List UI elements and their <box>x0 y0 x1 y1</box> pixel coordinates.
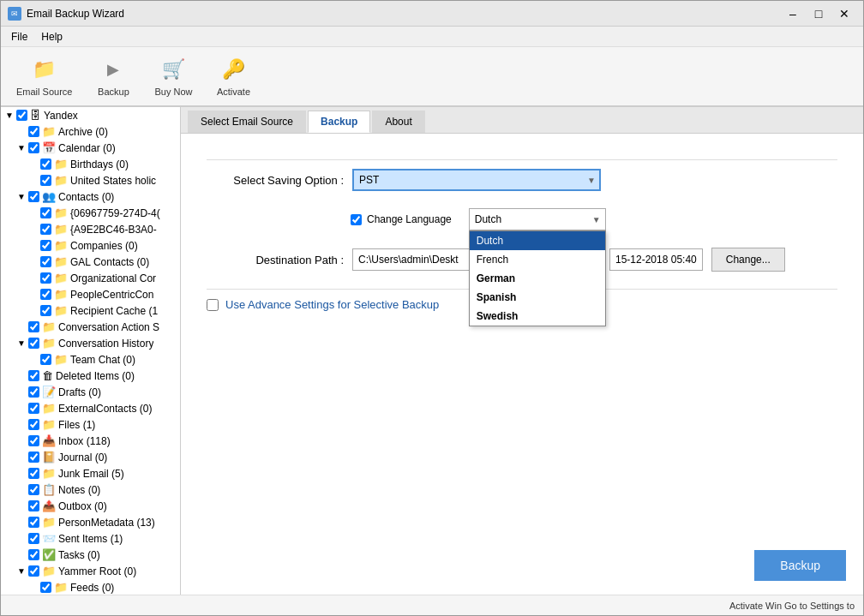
sidebar-item-contact1[interactable]: 📁{06967759-274D-4( <box>1 205 180 221</box>
lang-option-spanish[interactable]: Spanish <box>470 288 605 307</box>
sidebar-item-tasks[interactable]: ✅Tasks (0) <box>1 547 180 563</box>
lang-option-french[interactable]: French <box>470 250 605 269</box>
sidebar-item-external-contacts[interactable]: 📁ExternalContacts (0) <box>1 400 180 416</box>
checkbox-person-metadata[interactable] <box>28 517 39 528</box>
backup-button[interactable]: ▶ Backup <box>87 52 139 100</box>
checkbox-conv-history[interactable] <box>28 338 39 349</box>
checkbox-yammer-root[interactable] <box>28 565 39 577</box>
main-window: ✉ Email Backup Wizard – □ ✕ File Help 📁 … <box>0 0 864 616</box>
sidebar-item-conv-history[interactable]: ▼📁Conversation History <box>1 335 180 351</box>
tree-icon-yandex: 🗄 <box>30 109 41 122</box>
change-language-checkbox[interactable] <box>351 214 362 225</box>
checkbox-outbox[interactable] <box>28 500 39 511</box>
sidebar-item-org-contacts[interactable]: 📁Organizational Cor <box>1 270 180 286</box>
tree-icon-yammer-root: 📁 <box>42 565 56 577</box>
tab-select-email-source[interactable]: Select Email Source <box>188 111 306 133</box>
tree-label-files: Files (1) <box>58 419 95 431</box>
expand-icon-yandex[interactable]: ▼ <box>4 111 15 121</box>
sidebar-item-gal-contacts[interactable]: 📁GAL Contacts (0) <box>1 254 180 270</box>
sidebar-item-feeds[interactable]: 📁Feeds (0) <box>1 579 180 595</box>
checkbox-yandex[interactable] <box>16 110 27 121</box>
activate-button[interactable]: 🔑 Activate <box>207 52 259 100</box>
tree-icon-org-contacts: 📁 <box>54 272 68 284</box>
checkbox-notes[interactable] <box>28 484 39 495</box>
expand-icon-calendar[interactable]: ▼ <box>16 143 27 153</box>
sidebar-item-team-chat[interactable]: 📁Team Chat (0) <box>1 351 180 368</box>
menu-help[interactable]: Help <box>34 29 69 45</box>
lang-option-dutch[interactable]: Dutch <box>470 231 605 250</box>
checkbox-us-holidays[interactable] <box>40 175 51 186</box>
backup-action-button[interactable]: Backup <box>754 550 846 581</box>
sidebar-item-sent-items[interactable]: 📨Sent Items (1) <box>1 530 180 547</box>
checkbox-conv-action[interactable] <box>28 321 39 332</box>
checkbox-drafts[interactable] <box>28 386 39 398</box>
expand-icon-conv-history[interactable]: ▼ <box>16 338 27 349</box>
advance-settings-checkbox[interactable] <box>207 299 219 311</box>
checkbox-birthdays[interactable] <box>40 158 51 170</box>
tree-icon-contact1: 📁 <box>54 206 68 219</box>
checkbox-recipient-cache[interactable] <box>40 305 51 316</box>
sidebar-item-conv-action[interactable]: 📁Conversation Action S <box>1 319 180 335</box>
tab-about[interactable]: About <box>372 111 424 133</box>
sidebar-item-yandex[interactable]: ▼🗄Yandex <box>1 107 180 123</box>
expand-icon-yammer-root[interactable]: ▼ <box>16 566 27 577</box>
email-source-button[interactable]: 📁 Email Source <box>8 52 81 100</box>
tab-content-backup: Select Saving Option : PST MSG EML MBOX <box>181 134 863 595</box>
checkbox-journal[interactable] <box>28 452 39 463</box>
sidebar-item-drafts[interactable]: 📝Drafts (0) <box>1 384 180 400</box>
checkbox-companies[interactable] <box>40 240 51 251</box>
checkbox-contact2[interactable] <box>40 224 51 235</box>
checkbox-feeds[interactable] <box>40 582 51 593</box>
saving-option-select[interactable]: PST MSG EML MBOX <box>352 169 601 191</box>
tree-label-org-contacts: Organizational Cor <box>70 272 156 284</box>
sidebar-item-people-centric[interactable]: 📁PeopleCentricCon <box>1 286 180 302</box>
checkbox-calendar[interactable] <box>28 142 39 153</box>
sidebar-item-files[interactable]: 📁Files (1) <box>1 416 180 433</box>
sidebar-item-notes[interactable]: 📋Notes (0) <box>1 481 180 498</box>
tree-label-tasks: Tasks (0) <box>58 549 100 561</box>
lang-option-german[interactable]: German <box>470 269 605 288</box>
sidebar-item-companies[interactable]: 📁Companies (0) <box>1 237 180 254</box>
window-title: Email Backup Wizard <box>27 8 124 20</box>
checkbox-deleted-items[interactable] <box>28 370 39 381</box>
sidebar-item-inbox[interactable]: 📥Inbox (118) <box>1 433 180 449</box>
lang-option-swedish[interactable]: Swedish <box>470 307 605 326</box>
sidebar-item-archive[interactable]: 📁Archive (0) <box>1 123 180 140</box>
sidebar-item-us-holidays[interactable]: 📁United States holic <box>1 172 180 188</box>
expand-icon-contacts[interactable]: ▼ <box>16 192 27 202</box>
change-button[interactable]: Change... <box>711 248 785 272</box>
checkbox-inbox[interactable] <box>28 435 39 446</box>
sidebar-item-contact2[interactable]: 📁{A9E2BC46-B3A0- <box>1 221 180 237</box>
checkbox-gal-contacts[interactable] <box>40 256 51 267</box>
sidebar-item-birthdays[interactable]: 📁Birthdays (0) <box>1 156 180 172</box>
checkbox-contact1[interactable] <box>40 207 51 218</box>
sidebar-item-yammer-root[interactable]: ▼📁Yammer Root (0) <box>1 563 180 579</box>
checkbox-archive[interactable] <box>28 126 39 137</box>
checkbox-sent-items[interactable] <box>28 533 39 544</box>
checkbox-files[interactable] <box>28 419 39 430</box>
tree-icon-calendar: 📅 <box>42 141 56 154</box>
language-select[interactable]: Dutch French German Spanish Swedish <box>469 208 606 230</box>
checkbox-tasks[interactable] <box>28 549 39 560</box>
menu-file[interactable]: File <box>4 29 34 45</box>
sidebar-item-junk-email[interactable]: 📁Junk Email (5) <box>1 465 180 481</box>
sidebar-item-recipient-cache[interactable]: 📁Recipient Cache (1 <box>1 302 180 319</box>
checkbox-external-contacts[interactable] <box>28 403 39 414</box>
sidebar-item-contacts[interactable]: ▼👥Contacts (0) <box>1 188 180 205</box>
sidebar-item-person-metadata[interactable]: 📁PersonMetadata (13) <box>1 514 180 530</box>
buy-now-button[interactable]: 🛒 Buy Now <box>146 52 201 100</box>
restore-button[interactable]: □ <box>807 4 831 23</box>
sidebar-item-deleted-items[interactable]: 🗑Deleted Items (0) <box>1 368 180 384</box>
tab-backup[interactable]: Backup <box>308 111 370 133</box>
checkbox-people-centric[interactable] <box>40 289 51 300</box>
sidebar-item-calendar[interactable]: ▼📅Calendar (0) <box>1 140 180 156</box>
checkbox-org-contacts[interactable] <box>40 272 51 284</box>
checkbox-team-chat[interactable] <box>40 354 51 365</box>
sidebar-item-outbox[interactable]: 📤Outbox (0) <box>1 498 180 514</box>
minimize-button[interactable]: – <box>781 4 805 23</box>
checkbox-contacts[interactable] <box>28 191 39 202</box>
tree-icon-companies: 📁 <box>54 239 68 252</box>
checkbox-junk-email[interactable] <box>28 468 39 479</box>
sidebar-item-journal[interactable]: 📔Journal (0) <box>1 449 180 465</box>
close-button[interactable]: ✕ <box>832 4 856 23</box>
